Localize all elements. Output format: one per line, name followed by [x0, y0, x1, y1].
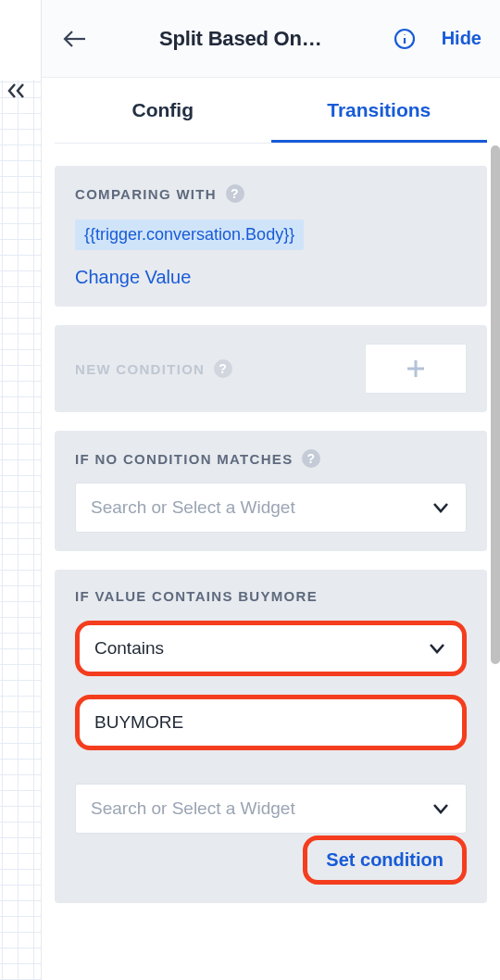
new-condition-heading: NEW CONDITION ? — [75, 359, 232, 378]
if-no-condition-heading-text: IF NO CONDITION MATCHES — [75, 451, 293, 467]
inspector-panel: Split Based On… Hide Config Transitions … — [41, 0, 500, 980]
help-icon[interactable]: ? — [226, 184, 244, 203]
if-value-contains-heading: IF VALUE CONTAINS BUYMORE — [75, 588, 467, 604]
scroll-area: COMPARING WITH ? {{trigger.conversation.… — [42, 144, 500, 980]
comparing-with-value-chip[interactable]: {{trigger.conversation.Body}} — [75, 220, 304, 250]
comparing-with-heading-text: COMPARING WITH — [75, 186, 217, 202]
comparing-with-heading: COMPARING WITH ? — [75, 184, 467, 203]
chevron-down-icon — [431, 497, 451, 518]
if-value-contains-card: IF VALUE CONTAINS BUYMORE Contains BUYMO… — [55, 570, 487, 903]
if-value-contains-heading-text: IF VALUE CONTAINS BUYMORE — [75, 588, 318, 604]
panel-title: Split Based On… — [103, 27, 379, 51]
tab-bar: Config Transitions — [42, 78, 500, 143]
new-condition-card: NEW CONDITION ? — [55, 325, 487, 412]
set-condition-button[interactable]: Set condition — [303, 836, 467, 885]
tab-transitions[interactable]: Transitions — [271, 78, 488, 143]
svg-point-3 — [404, 33, 405, 34]
help-icon[interactable]: ? — [214, 359, 232, 378]
hide-panel-link[interactable]: Hide — [442, 28, 481, 49]
if-no-condition-heading: IF NO CONDITION MATCHES ? — [75, 449, 467, 468]
dropdown-placeholder: Search or Select a Widget — [91, 798, 431, 819]
add-condition-button[interactable] — [365, 344, 467, 394]
chevron-down-icon — [431, 798, 451, 819]
comparing-with-card: COMPARING WITH ? {{trigger.conversation.… — [55, 166, 487, 307]
chevron-down-icon — [427, 638, 447, 659]
help-icon[interactable]: ? — [302, 449, 320, 468]
panel-topbar: Split Based On… Hide — [42, 0, 500, 78]
condition-value-input[interactable]: BUYMORE — [75, 695, 467, 750]
scrollbar-vertical[interactable] — [491, 145, 500, 664]
condition-value-text: BUYMORE — [94, 712, 183, 733]
match-widget-dropdown[interactable]: Search or Select a Widget — [75, 784, 467, 834]
tab-config[interactable]: Config — [55, 78, 271, 143]
dropdown-placeholder: Search or Select a Widget — [91, 497, 431, 518]
if-no-condition-card: IF NO CONDITION MATCHES ? Search or Sele… — [55, 431, 487, 551]
no-match-widget-dropdown[interactable]: Search or Select a Widget — [75, 483, 467, 533]
operator-value: Contains — [94, 638, 427, 659]
collapse-panel-handle[interactable] — [3, 77, 31, 105]
change-value-link[interactable]: Change Value — [75, 267, 191, 288]
info-icon[interactable] — [392, 26, 418, 52]
back-button[interactable] — [60, 24, 90, 54]
new-condition-heading-text: NEW CONDITION — [75, 361, 205, 377]
operator-dropdown[interactable]: Contains — [75, 621, 467, 676]
